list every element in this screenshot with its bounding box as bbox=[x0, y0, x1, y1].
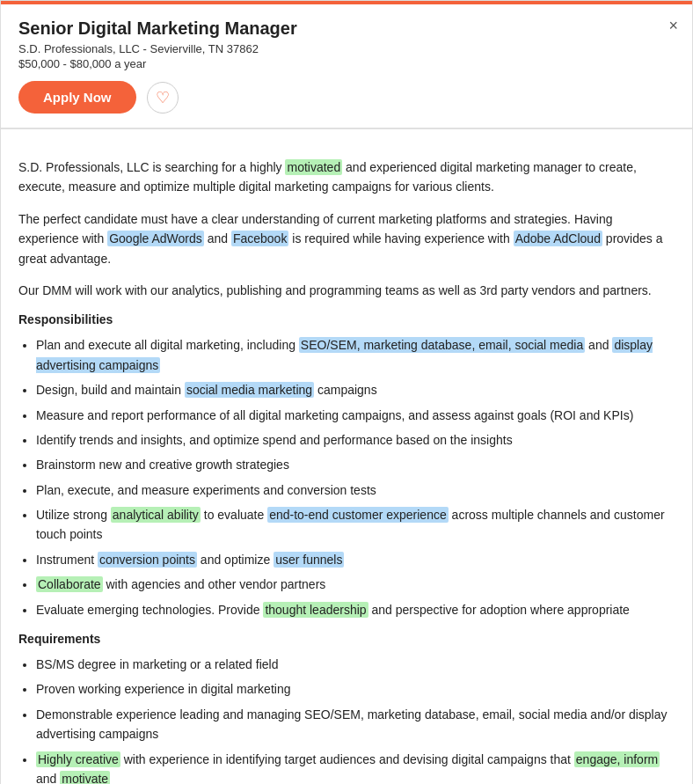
highlight-engage-inform: engage, inform bbox=[574, 751, 660, 767]
list-item: Brainstorm new and creative growth strat… bbox=[36, 455, 675, 474]
intro-paragraph-3: Our DMM will work with our analytics, pu… bbox=[18, 281, 675, 300]
list-item: Measure and report performance of all di… bbox=[36, 406, 675, 425]
list-item: Design, build and maintain social media … bbox=[36, 380, 675, 399]
highlight-conversion-points: conversion points bbox=[98, 552, 197, 568]
highlight-adobe-adcloud: Adobe AdCloud bbox=[514, 231, 602, 246]
job-header: × Senior Digital Marketing Manager S.D. … bbox=[1, 4, 692, 128]
action-buttons: Apply Now ♡ bbox=[18, 81, 675, 114]
list-item: Instrument conversion points and optimiz… bbox=[36, 550, 675, 569]
job-title: Senior Digital Marketing Manager bbox=[18, 18, 675, 39]
highlight-social-media-marketing: social media marketing bbox=[185, 382, 314, 398]
list-item: Highly creative with experience in ident… bbox=[36, 750, 675, 784]
highlight-seo-sem: SEO/SEM, marketing database, email, soci… bbox=[299, 337, 585, 353]
highlight-motivated: motivated bbox=[285, 159, 342, 175]
salary: $50,000 - $80,000 a year bbox=[18, 57, 675, 70]
requirements-heading: Requirements bbox=[18, 632, 675, 646]
list-item: Plan and execute all digital marketing, … bbox=[36, 335, 675, 375]
highlight-user-funnels: user funnels bbox=[274, 552, 344, 568]
list-item: Evaluate emerging technologies. Provide … bbox=[36, 600, 675, 619]
requirements-list: BS/MS degree in marketing or a related f… bbox=[36, 655, 675, 784]
intro-paragraph-1: S.D. Professionals, LLC is searching for… bbox=[18, 158, 675, 197]
close-button[interactable]: × bbox=[668, 17, 678, 35]
job-modal: × Senior Digital Marketing Manager S.D. … bbox=[0, 0, 693, 784]
highlight-facebook: Facebook bbox=[231, 231, 288, 246]
list-item: Proven working experience in digital mar… bbox=[36, 679, 675, 699]
highlight-collaborate: Collaborate bbox=[36, 576, 103, 592]
header-divider bbox=[1, 128, 692, 129]
list-item: Demonstrable experience leading and mana… bbox=[36, 705, 675, 744]
responsibilities-heading: Responsibilities bbox=[18, 312, 675, 326]
highlight-thought-leadership: thought leadership bbox=[263, 602, 368, 618]
highlight-highly-creative: Highly creative bbox=[36, 751, 120, 767]
save-job-button[interactable]: ♡ bbox=[147, 82, 179, 114]
highlight-google-adwords: Google AdWords bbox=[107, 231, 204, 246]
list-item: Utilize strong analytical ability to eva… bbox=[36, 505, 675, 545]
responsibilities-list: Plan and execute all digital marketing, … bbox=[36, 335, 675, 619]
intro-paragraph-2: The perfect candidate must have a clear … bbox=[18, 209, 675, 268]
highlight-motivate: motivate bbox=[60, 771, 110, 784]
company-location: S.D. Professionals, LLC - Sevierville, T… bbox=[18, 42, 675, 55]
list-item: BS/MS degree in marketing or a related f… bbox=[36, 655, 675, 674]
list-item: Collaborate with agencies and other vend… bbox=[36, 575, 675, 594]
job-content: S.D. Professionals, LLC is searching for… bbox=[1, 142, 692, 784]
highlight-end-to-end: end-to-end customer experience bbox=[267, 507, 449, 523]
apply-now-button[interactable]: Apply Now bbox=[18, 81, 136, 114]
list-item: Identify trends and insights, and optimi… bbox=[36, 430, 675, 450]
highlight-analytical-ability: analytical ability bbox=[111, 507, 201, 523]
list-item: Plan, execute, and measure experiments a… bbox=[36, 480, 675, 500]
